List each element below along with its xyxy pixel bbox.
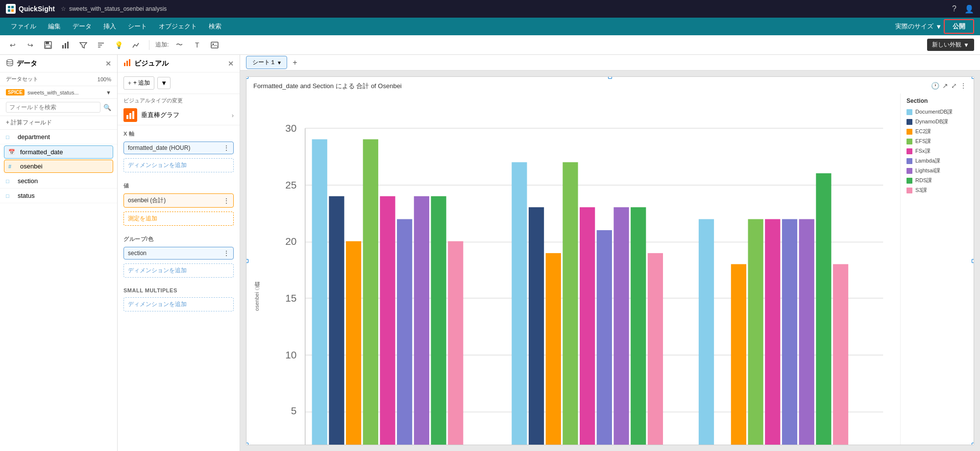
menu-insert[interactable]: 挿入 [98,20,121,33]
group-add-dimension-zone[interactable]: ディメンションを追加 [123,263,234,278]
menu-file[interactable]: ファイル [6,20,41,33]
svg-text:25: 25 [285,179,296,190]
svg-rect-1 [11,6,14,8]
data-panel-header: データ ✕ [0,55,117,72]
resize-handle-top-right[interactable] [972,76,974,79]
size-selector[interactable]: 実際のサイズ ▼ [895,22,942,31]
field-item-osenbei[interactable]: # osenbei [4,160,113,173]
menu-data[interactable]: データ [68,20,97,33]
calc-field-button[interactable]: + 計算フィールド [0,116,117,130]
dataset-label: データセット [6,75,38,83]
legend-title: Section [906,97,963,104]
sort-icon[interactable] [94,38,108,52]
chart-icon[interactable] [59,38,73,52]
undo-button[interactable]: ↩ [6,38,20,52]
publish-button[interactable]: 公開 [944,19,974,34]
add-line-icon[interactable]: 〜 [172,38,186,52]
field-item-department[interactable]: □ department [0,130,117,144]
x-add-dimension-zone[interactable]: ディメンションを追加 [123,158,234,172]
svg-rect-60 [748,219,763,445]
tab-dropdown-icon: ▾ [278,59,281,66]
redo-button[interactable]: ↪ [24,38,37,52]
calendar-icon: 📅 [8,149,16,155]
save-icon[interactable] [41,38,55,52]
hash-icon: # [8,164,16,169]
legend-item-efs: EFS課 [906,138,963,145]
user-icon[interactable]: 👤 [964,4,974,14]
legend-color-lambda [906,158,912,164]
svg-text:5: 5 [291,405,297,416]
chart-area: 30 25 20 15 10 5 0 [263,94,900,445]
legend-color-s3 [906,188,912,193]
new-look-button[interactable]: 新しい外観 ▼ [927,39,974,51]
sheet-tab-1[interactable]: シート１ ▾ [246,56,287,69]
chart-title: Formatted_date and Section による 合計 of Ose… [253,82,402,91]
legend-label: S3課 [915,187,927,194]
field-item-section[interactable]: □ section [0,174,117,189]
legend-label: EFS課 [915,138,931,145]
dataset-name-row[interactable]: SPICE sweets_with_status... ▼ [0,86,117,99]
field-item-formatted-date[interactable]: 📅 formatted_date [4,145,113,159]
resize-handle-bottom-left[interactable] [246,443,248,445]
app-logo: QuickSight [6,4,55,14]
add-text-icon[interactable]: T [190,38,204,52]
data-panel-close-icon[interactable]: ✕ [105,60,111,68]
menu-sheet[interactable]: シート [123,20,152,33]
add-image-icon[interactable] [208,38,221,52]
resize-handle-mid-left[interactable] [246,259,248,263]
share-icon[interactable]: ↗ [942,82,948,90]
more-options-icon[interactable]: ⋮ [960,82,967,90]
svg-rect-59 [731,264,746,445]
x-axis-label: X 軸 [118,125,240,140]
svg-rect-54 [597,230,612,445]
add-visual-button[interactable]: + + 追加 [123,76,154,90]
field-search-input[interactable] [6,102,100,113]
menu-search[interactable]: 検索 [204,20,226,33]
field-item-status[interactable]: □ status [0,189,117,203]
resize-handle-mid-right[interactable] [972,259,974,263]
dataset-name: sweets_with_status... [27,90,79,95]
svg-rect-58 [699,219,714,445]
clock-icon[interactable]: 🕐 [931,82,939,90]
legend-color-lightsail [906,168,912,174]
svg-rect-44 [380,196,395,445]
add-dropdown-button[interactable]: ▼ [157,77,171,89]
filter-icon[interactable] [76,38,90,52]
expand-icon[interactable]: ⤢ [951,82,957,90]
search-icon[interactable]: 🔍 [103,104,111,111]
dataset-pct: 100% [98,76,111,82]
legend-label: Lightsail課 [915,167,940,174]
legend-label: FSx課 [915,147,931,155]
resize-handle-top-left[interactable] [246,76,248,79]
svg-rect-49 [512,162,527,445]
lightbulb-icon[interactable]: 💡 [112,38,125,52]
chart-svg: 30 25 20 15 10 5 0 [263,94,900,445]
legend-item-lambda: Lambda課 [906,157,963,165]
legend-color-fsx [906,148,912,154]
group-field-zone[interactable]: section ⋮ [123,247,234,260]
svg-rect-45 [397,219,412,445]
legend-color-documentdb [906,109,912,115]
legend-color-ec2 [906,129,912,135]
small-multiples-add-zone[interactable]: ディメンションを追加 [123,297,234,311]
resize-handle-top-center[interactable] [608,76,612,79]
x-field-zone[interactable]: formatted_date (HOUR) ⋮ [123,142,234,154]
legend-color-efs [906,139,912,144]
line-chart-icon[interactable] [129,38,143,52]
visual-panel-close-icon[interactable]: ✕ [228,60,234,68]
chart-type-row[interactable]: 垂直棒グラフ › [118,105,240,125]
visual-panel-header: ビジュアル ✕ [118,55,240,72]
values-add-measure-zone[interactable]: 測定を追加 [123,212,234,226]
add-btn-row: + + 追加 ▼ [118,72,240,94]
chart-bar-icon [123,59,131,68]
legend-item-documentdb: DocumentDB課 [906,108,963,116]
help-icon[interactable]: ? [952,4,956,14]
svg-rect-57 [648,253,663,445]
values-field-zone[interactable]: osenbei (合計) ⋮ [123,193,234,208]
group-label: グループ/色 [118,231,240,245]
resize-handle-bottom-right[interactable] [972,443,974,445]
menu-edit[interactable]: 編集 [43,20,66,33]
svg-rect-62 [782,219,797,445]
menu-object[interactable]: オブジェクト [154,20,202,33]
add-sheet-button[interactable]: + [289,57,301,69]
